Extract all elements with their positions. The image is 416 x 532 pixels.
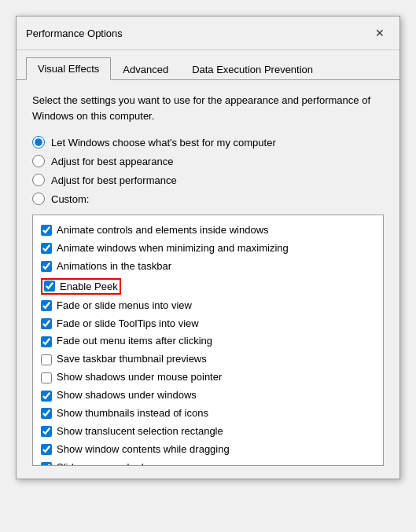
tab-data-execution-prevention[interactable]: Data Execution Prevention [180, 57, 325, 80]
radio-let-windows-label[interactable]: Let Windows choose what's best for my co… [51, 137, 276, 149]
tab-bar: Visual Effects Advanced Data Execution P… [17, 50, 399, 80]
checkbox-slide-open-combo[interactable]: Slide open combo boxes [39, 459, 377, 466]
checkbox-show-translucent[interactable]: Show translucent selection rectangle [39, 423, 377, 441]
checkbox-show-shadows-windows-label[interactable]: Show shadows under windows [57, 389, 197, 402]
checkbox-fade-menu-items-label[interactable]: Fade out menu items after clicking [57, 335, 212, 348]
radio-best-appearance[interactable] [32, 155, 45, 167]
tab-advanced[interactable]: Advanced [111, 57, 180, 80]
close-button[interactable]: ✕ [370, 23, 390, 43]
checkbox-save-taskbar-thumbnails-label[interactable]: Save taskbar thumbnail previews [57, 353, 207, 366]
radio-item-best-performance[interactable]: Adjust for best performance [32, 174, 384, 186]
checkbox-enable-peek[interactable] [44, 281, 55, 292]
checkbox-show-window-contents-label[interactable]: Show window contents while dragging [57, 443, 230, 457]
checkbox-fade-menu-items[interactable]: Fade out menu items after clicking [39, 332, 377, 350]
radio-item-best-appearance[interactable]: Adjust for best appearance [32, 155, 384, 167]
radio-item-custom[interactable]: Custom: [32, 193, 384, 205]
radio-custom[interactable] [32, 193, 45, 205]
checkbox-fade-slide-menus[interactable]: Fade or slide menus into view [39, 297, 377, 315]
checkbox-enable-peek-label[interactable]: Enable Peek [60, 281, 118, 292]
radio-group: Let Windows choose what's best for my co… [32, 136, 384, 205]
checkbox-slide-open-combo-label[interactable]: Slide open combo boxes [57, 461, 168, 466]
checkbox-show-thumbnails[interactable]: Show thumbnails instead of icons [39, 405, 377, 423]
checkbox-show-shadows-windows[interactable]: Show shadows under windows [39, 387, 377, 405]
tab-content-visual-effects: Select the settings you want to use for … [17, 80, 399, 479]
tab-visual-effects[interactable]: Visual Effects [26, 57, 111, 80]
checkbox-animate-windows[interactable]: Animate windows when minimizing and maxi… [39, 240, 377, 258]
checkbox-fade-slide-menus-label[interactable]: Fade or slide menus into view [57, 299, 192, 313]
checkbox-animations-taskbar-label[interactable]: Animations in the taskbar [57, 260, 171, 273]
checkbox-enable-peek-wrapper: Enable Peek [39, 276, 377, 297]
checkbox-animate-controls-label[interactable]: Animate controls and elements inside win… [57, 224, 269, 237]
checkbox-show-shadows-pointer[interactable]: Show shadows under mouse pointer [39, 369, 377, 387]
radio-let-windows[interactable] [32, 136, 45, 149]
dialog-title: Performance Options [26, 28, 123, 39]
radio-best-performance[interactable] [32, 174, 45, 186]
checkbox-save-taskbar-thumbnails[interactable]: Save taskbar thumbnail previews [39, 350, 377, 369]
description-text: Select the settings you want to use for … [32, 93, 384, 123]
checkbox-show-shadows-pointer-label[interactable]: Show shadows under mouse pointer [57, 371, 222, 384]
radio-best-performance-label[interactable]: Adjust for best performance [51, 174, 177, 186]
checkbox-show-thumbnails-label[interactable]: Show thumbnails instead of icons [57, 407, 208, 420]
checkbox-animations-taskbar[interactable]: Animations in the taskbar [39, 258, 377, 276]
checkbox-list: Animate controls and elements inside win… [32, 215, 384, 466]
checkbox-fade-slide-tooltips[interactable]: Fade or slide ToolTips into view [39, 315, 377, 333]
checkbox-show-window-contents[interactable]: Show window contents while dragging [39, 441, 377, 459]
checkbox-animate-windows-label[interactable]: Animate windows when minimizing and maxi… [57, 242, 289, 255]
checkbox-show-translucent-label[interactable]: Show translucent selection rectangle [57, 425, 223, 438]
radio-item-let-windows[interactable]: Let Windows choose what's best for my co… [32, 136, 384, 149]
radio-best-appearance-label[interactable]: Adjust for best appearance [51, 156, 173, 167]
checkbox-enable-peek-highlight: Enable Peek [41, 278, 121, 295]
radio-custom-label[interactable]: Custom: [51, 193, 89, 205]
checkbox-fade-slide-tooltips-label[interactable]: Fade or slide ToolTips into view [57, 317, 199, 331]
checkbox-animate-controls[interactable]: Animate controls and elements inside win… [39, 222, 377, 240]
performance-options-dialog: Performance Options ✕ Visual Effects Adv… [16, 16, 400, 479]
title-bar: Performance Options ✕ [17, 17, 399, 50]
